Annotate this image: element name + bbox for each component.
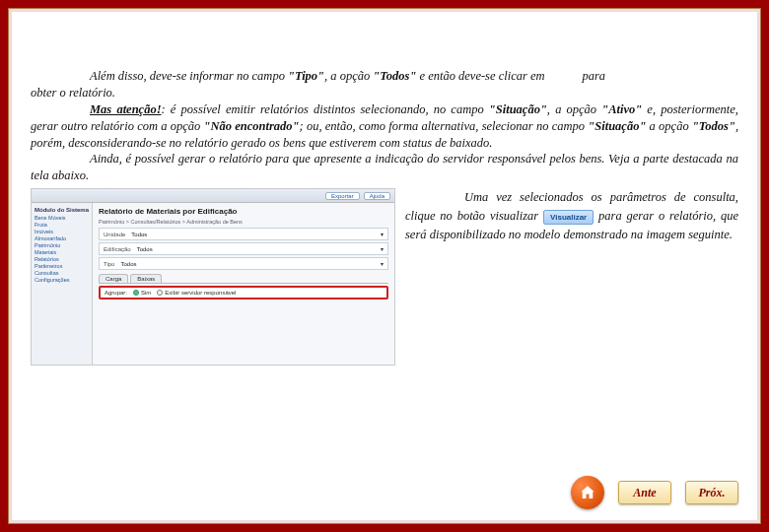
- ss-side-link[interactable]: Consultas: [35, 270, 89, 276]
- ss-side-link[interactable]: Parâmetros: [35, 263, 89, 269]
- p1-tipo: "Tipo": [288, 69, 324, 83]
- page-inner-frame: Além disso, deve-se informar no campo "T…: [8, 8, 761, 524]
- home-icon[interactable]: [571, 476, 604, 509]
- p1-text-b: , a opção: [324, 69, 373, 83]
- ss-highlight-box: Agrupar: Sim Exibir servidor responsável: [99, 286, 388, 299]
- ss-row-tipo: Tipo Todos ▾: [99, 257, 388, 270]
- ss-side-link[interactable]: Materiais: [35, 249, 89, 255]
- paragraph-3: Ainda, é possível gerar o relatório para…: [31, 151, 738, 184]
- side-paragraph: Uma vez selecionados os parâmetros de co…: [405, 188, 738, 366]
- ss-row-value[interactable]: Todos: [120, 261, 381, 267]
- ss-row-unidade: Unidade Todos ▾: [99, 228, 388, 240]
- ss-side-link[interactable]: Relatórios: [35, 256, 89, 262]
- ss-highlight-label: Agrupar:: [105, 290, 127, 296]
- ss-row-value[interactable]: Todos: [137, 246, 381, 252]
- p2-situacao: "Situação": [489, 102, 547, 116]
- content-row: Exportar Ajuda Módulo do Sistema Bens Mó…: [31, 188, 738, 366]
- p2-nao: "Não encontrado": [204, 119, 300, 133]
- page-outer-frame: Além disso, deve-se informar no campo "T…: [0, 0, 769, 532]
- p2-situacao2: "Situação": [588, 119, 646, 133]
- ss-title: Relatório de Materiais por Edificação: [99, 207, 388, 216]
- ss-body: Módulo do Sistema Bens Móveis Frota Imóv…: [32, 203, 394, 365]
- chevron-down-icon[interactable]: ▾: [381, 231, 384, 237]
- chevron-down-icon[interactable]: ▾: [381, 260, 384, 267]
- p2-b: , a opção: [547, 102, 601, 116]
- p2-todos2: "Todos": [692, 119, 735, 133]
- p2-d: ; ou, então, como forma alternativa, sel…: [300, 119, 589, 133]
- ss-side-link[interactable]: Configurações: [35, 277, 89, 283]
- next-button[interactable]: Próx.: [685, 481, 738, 504]
- paragraph-1: Além disso, deve-se informar no campo "T…: [31, 68, 738, 101]
- p1-right: para: [583, 69, 606, 83]
- ss-tab-carga[interactable]: Carga: [99, 274, 128, 283]
- ss-side-link[interactable]: Bens Móveis: [35, 215, 89, 221]
- ss-tab-baixas[interactable]: Baixas: [130, 274, 162, 283]
- p2-attention: Mas atenção!: [90, 102, 162, 116]
- ss-radio-sim[interactable]: Sim: [133, 290, 151, 296]
- ss-radio-responsavel[interactable]: Exibir servidor responsável: [157, 290, 236, 296]
- ss-row-edificacao: Edificação Todos ▾: [99, 242, 388, 255]
- ss-breadcrumb: Patrimônio > Consultas/Relatórios > Admi…: [99, 219, 388, 225]
- chevron-down-icon[interactable]: ▾: [381, 245, 384, 252]
- ss-row-label: Edificação: [104, 246, 131, 252]
- embedded-screenshot: Exportar Ajuda Módulo do Sistema Bens Mó…: [31, 188, 395, 366]
- ss-side-link[interactable]: Almoxarifado: [35, 235, 89, 241]
- ss-row-label: Tipo: [104, 261, 114, 267]
- ss-main: Relatório de Materiais por Edificação Pa…: [93, 203, 394, 365]
- ss-row-label: Unidade: [104, 232, 125, 237]
- ss-top-btn-help[interactable]: Ajuda: [364, 192, 390, 200]
- visualizar-button-inline[interactable]: Visualizar: [543, 210, 594, 225]
- ss-tabs: Carga Baixas: [99, 274, 388, 284]
- ss-side-group: Módulo do Sistema: [35, 207, 89, 213]
- p1-text-a: Além disso, deve-se informar no campo: [90, 69, 288, 83]
- p1-line2: obter o relatório.: [31, 86, 115, 100]
- ss-row-value[interactable]: Todos: [131, 232, 381, 237]
- p2-ativo: "Ativo": [601, 102, 642, 116]
- ss-side-link[interactable]: Frota: [35, 222, 89, 228]
- paragraph-2: Mas atenção!: é possível emitir relatóri…: [31, 101, 738, 152]
- house-icon: [579, 484, 596, 501]
- ss-side-link[interactable]: Patrimônio: [35, 242, 89, 248]
- p2-a: : é possível emitir relatórios distintos…: [162, 102, 489, 116]
- ss-sidebar: Módulo do Sistema Bens Móveis Frota Imóv…: [32, 203, 93, 365]
- ss-topbar: Exportar Ajuda: [32, 189, 394, 203]
- footer-nav: Ante Próx.: [571, 476, 738, 509]
- prev-button[interactable]: Ante: [618, 481, 671, 504]
- p3-text: Ainda, é possível gerar o relatório para…: [31, 152, 738, 182]
- ss-side-link[interactable]: Imóveis: [35, 229, 89, 234]
- p1-text-c: e então deve-se clicar em: [416, 69, 544, 83]
- p2-e: a opção: [646, 119, 692, 133]
- ss-top-btn-export[interactable]: Exportar: [325, 192, 360, 200]
- p1-todos: "Todos": [373, 69, 416, 83]
